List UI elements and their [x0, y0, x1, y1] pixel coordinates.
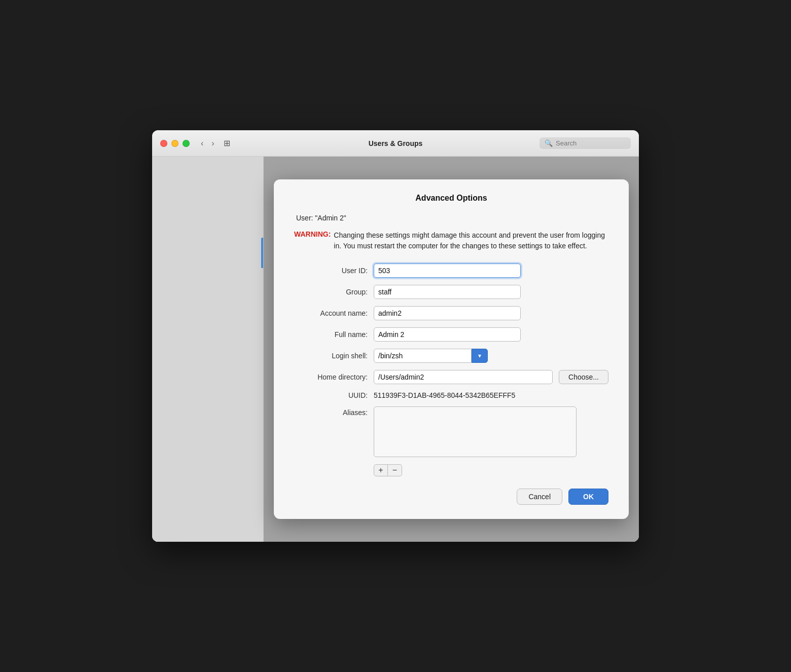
cancel-button[interactable]: Cancel	[517, 489, 562, 505]
aliases-textarea[interactable]	[374, 406, 577, 457]
group-input[interactable]	[374, 285, 521, 299]
group-label: Group:	[294, 288, 368, 296]
user-id-label: User ID:	[294, 267, 368, 275]
user-label: User: "Admin 2"	[294, 214, 608, 222]
add-alias-button[interactable]: +	[374, 464, 388, 476]
advanced-options-dialog: Advanced Options User: "Admin 2" WARNING…	[274, 179, 629, 519]
main-window: ‹ › ⊞ Users & Groups 🔍 Advanced Options …	[152, 130, 639, 542]
account-name-label: Account name:	[294, 309, 368, 317]
dialog-buttons: Cancel OK	[294, 489, 608, 505]
titlebar: ‹ › ⊞ Users & Groups 🔍	[152, 130, 639, 157]
group-row: Group:	[294, 285, 608, 299]
user-id-input[interactable]	[374, 264, 521, 278]
sidebar	[152, 157, 264, 542]
warning-text: Changing these settings might damage thi…	[334, 230, 608, 251]
login-shell-row: Login shell: ▾	[294, 349, 608, 363]
uuid-value: 511939F3-D1AB-4965-8044-5342B65EFFF5	[374, 391, 515, 399]
aliases-label: Aliases:	[294, 406, 368, 417]
home-dir-input[interactable]	[374, 370, 553, 384]
full-name-row: Full name:	[294, 327, 608, 342]
back-button[interactable]: ‹	[198, 138, 206, 149]
search-icon: 🔍	[545, 139, 553, 147]
nav-buttons: ‹ ›	[198, 138, 218, 149]
remove-alias-button[interactable]: −	[388, 464, 402, 476]
uuid-row: UUID: 511939F3-D1AB-4965-8044-5342B65EFF…	[294, 391, 608, 399]
search-box[interactable]: 🔍	[540, 137, 631, 149]
aliases-row: Aliases:	[294, 406, 608, 457]
grid-button[interactable]: ⊞	[220, 137, 234, 149]
dialog-overlay: Advanced Options User: "Admin 2" WARNING…	[264, 157, 639, 542]
full-name-input[interactable]	[374, 327, 521, 342]
choose-button[interactable]: Choose...	[559, 370, 608, 384]
login-shell-input[interactable]	[374, 349, 472, 363]
minimize-button[interactable]	[171, 140, 178, 147]
main-content: Advanced Options User: "Admin 2" WARNING…	[264, 157, 639, 542]
warning-row: WARNING: Changing these settings might d…	[294, 230, 608, 251]
close-button[interactable]	[160, 140, 167, 147]
forward-button[interactable]: ›	[208, 138, 217, 149]
dialog-title: Advanced Options	[294, 194, 608, 203]
warning-label: WARNING:	[294, 230, 331, 238]
account-name-input[interactable]	[374, 306, 521, 320]
window-body: Advanced Options User: "Admin 2" WARNING…	[152, 157, 639, 542]
traffic-lights	[160, 140, 190, 147]
login-shell-label: Login shell:	[294, 352, 368, 360]
window-title: Users & Groups	[369, 139, 423, 147]
shell-select-wrap: ▾	[374, 349, 488, 363]
user-id-row: User ID:	[294, 264, 608, 278]
maximize-button[interactable]	[183, 140, 190, 147]
home-dir-row: Home directory: Choose...	[294, 370, 608, 384]
account-name-row: Account name:	[294, 306, 608, 320]
shell-dropdown-button[interactable]: ▾	[472, 349, 488, 363]
home-dir-label: Home directory:	[294, 373, 368, 381]
aliases-buttons: + −	[374, 464, 608, 476]
ok-button[interactable]: OK	[568, 489, 608, 505]
full-name-label: Full name:	[294, 330, 368, 339]
sidebar-accent	[261, 238, 263, 268]
uuid-label: UUID:	[294, 391, 368, 399]
search-input[interactable]	[556, 139, 626, 147]
